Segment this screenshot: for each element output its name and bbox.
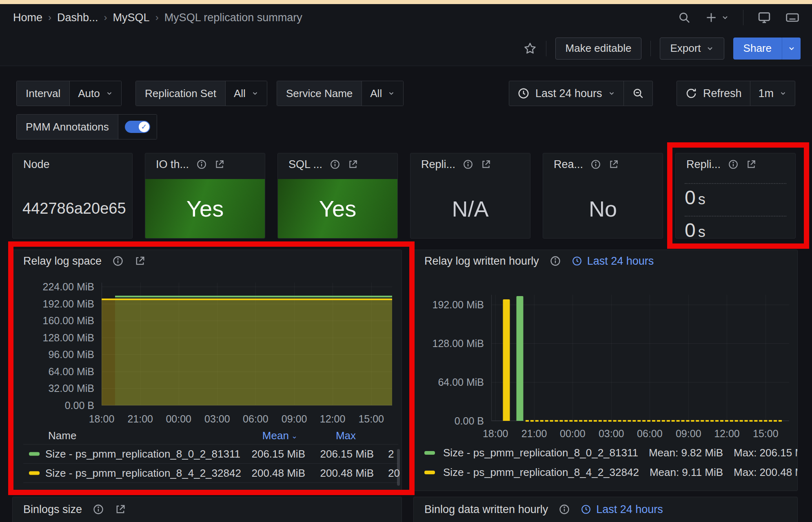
legend-mean-value: 206.15 MiB: [251, 447, 305, 460]
panel-title: Repli...: [421, 158, 455, 171]
pmm-annotations-control: PMM Annotations ✓: [16, 114, 157, 139]
gridline: [102, 405, 392, 406]
legend-clipped-value: 2: [388, 447, 394, 460]
stat-panel-sql-thread: SQL ... Yes: [277, 153, 398, 239]
binlogs-size-panel: Binlogs size: [12, 497, 402, 522]
info-icon[interactable]: [112, 255, 124, 267]
stat-panel-replication-lag: Repli... 0s 0s: [675, 153, 796, 239]
series-color-swatch: [29, 452, 40, 456]
breadcrumb-dashboards[interactable]: Dashb...: [57, 11, 98, 24]
relay-log-space-plot[interactable]: [102, 283, 392, 405]
chart-bar[interactable]: [517, 296, 524, 421]
gridline: [491, 305, 789, 305]
legend-series-name: Size - ps_pmm_replication_8_4_2_32842: [443, 466, 639, 479]
external-link-icon[interactable]: [348, 159, 358, 170]
x-axis-label: 03:00: [599, 428, 624, 440]
legend-header-max[interactable]: Max: [336, 429, 356, 442]
chevron-right-icon: ›: [155, 12, 159, 23]
stat-panel-io-thread: IO th... Yes: [145, 153, 265, 239]
gridline: [611, 295, 612, 421]
info-icon[interactable]: [196, 159, 207, 170]
breadcrumb-home[interactable]: Home: [13, 11, 42, 24]
y-axis-label: 160.00 MiB: [43, 315, 94, 327]
grafana-dashboard: Home › Dashb... › MySQL › MySQL replicat…: [0, 0, 812, 522]
info-icon[interactable]: [559, 504, 570, 515]
legend-table-header: NameMean⌄Max: [13, 427, 402, 444]
stat-value: 0s: [685, 219, 786, 239]
sparkline-baseline: [685, 216, 786, 217]
time-range-picker[interactable]: Last 24 hours: [509, 81, 623, 106]
gridline: [491, 343, 789, 344]
chevron-down-icon: [608, 90, 615, 97]
gridline: [491, 382, 789, 383]
info-icon[interactable]: [728, 159, 739, 170]
relay-log-written-plot[interactable]: [491, 295, 789, 421]
chart-bar[interactable]: [503, 299, 510, 421]
search-icon[interactable]: [678, 11, 691, 24]
info-icon[interactable]: [330, 159, 340, 170]
external-link-icon[interactable]: [746, 159, 757, 170]
make-editable-button[interactable]: Make editable: [555, 38, 642, 60]
relay-log-written-xlabels: 18:0021:0000:0003:0006:0009:0012:0015:00: [491, 426, 789, 438]
x-axis-label: 00:00: [166, 413, 191, 425]
legend-item[interactable]: Size - ps_pmm_replication_8_4_2_32842Mea…: [424, 466, 798, 479]
info-icon[interactable]: [590, 159, 601, 170]
external-link-icon[interactable]: [134, 255, 146, 267]
refresh-interval-dropdown[interactable]: 1m: [750, 81, 795, 106]
panel-title: Rea...: [554, 158, 583, 171]
table-row[interactable]: Size - ps_pmm_replication_8_0_2_81311206…: [13, 444, 402, 463]
external-link-icon[interactable]: [115, 504, 126, 515]
refresh-group: Refresh 1m: [677, 81, 795, 106]
panel-title: Binlog data written hourly: [424, 503, 548, 516]
table-row[interactable]: Size - ps_pmm_replication_8_4_2_32842200…: [13, 463, 402, 482]
legend-header-mean[interactable]: Mean⌄: [262, 429, 297, 442]
share-button[interactable]: Share: [733, 38, 782, 60]
service-name-value-dropdown[interactable]: All: [362, 81, 403, 106]
legend-scrollbar[interactable]: [397, 449, 400, 486]
series-line: [115, 296, 392, 297]
share-dropdown-button[interactable]: [782, 38, 801, 60]
refresh-label: Refresh: [703, 87, 742, 100]
gridline: [495, 295, 496, 421]
legend-item[interactable]: Size - ps_pmm_replication_8_0_2_81311Mea…: [424, 447, 798, 459]
info-icon[interactable]: [463, 159, 473, 170]
legend-series-name: Size - ps_pmm_replication_8_0_2_81311: [45, 447, 240, 460]
gridline: [102, 287, 392, 287]
zero-value-dashed-line: [526, 420, 782, 422]
panel-time-range-link[interactable]: Last 24 hours: [572, 255, 654, 268]
pmm-annotations-toggle[interactable]: ✓: [125, 121, 150, 133]
y-axis-label: 224.00 MiB: [43, 281, 94, 293]
monitor-kiosk-icon[interactable]: [757, 11, 771, 24]
zoom-out-button[interactable]: [624, 81, 652, 106]
share-button-group: Share: [733, 38, 801, 60]
replication-set-value: All: [234, 87, 246, 100]
legend-mean-value: Mean: 9.82 MiB: [649, 447, 723, 459]
panel-time-range-label: Last 24 hours: [587, 255, 654, 268]
x-axis-label: 09:00: [676, 428, 701, 440]
star-icon[interactable]: [523, 42, 537, 55]
replication-set-value-dropdown[interactable]: All: [225, 81, 267, 106]
info-icon[interactable]: [93, 504, 104, 515]
legend-header-name[interactable]: Name: [48, 429, 76, 442]
export-button[interactable]: Export: [660, 38, 724, 60]
stat-panel-replication: Repli... N/A: [410, 153, 530, 239]
zoom-out-icon: [632, 87, 644, 100]
info-icon[interactable]: [550, 255, 561, 267]
relay-log-space-ylabels: 224.00 MiB192.00 MiB160.00 MiB128.00 MiB…: [13, 283, 94, 405]
panel-time-range-link[interactable]: Last 24 hours: [581, 503, 663, 516]
external-link-icon[interactable]: [481, 159, 491, 170]
clock-icon: [517, 87, 530, 100]
breadcrumb-mysql[interactable]: MySQL: [113, 11, 150, 24]
panel-time-range-label: Last 24 hours: [596, 503, 663, 516]
add-dropdown-icon[interactable]: [705, 11, 729, 24]
chevron-down-icon: [706, 44, 714, 53]
x-axis-label: 09:00: [282, 413, 307, 425]
external-link-icon[interactable]: [214, 159, 225, 170]
interval-value-dropdown[interactable]: Auto: [69, 81, 121, 106]
keyboard-icon[interactable]: [785, 10, 800, 25]
relay-log-written-hourly-panel: Relay log written hourly Last 24 hours 1…: [413, 250, 798, 491]
refresh-button[interactable]: Refresh: [677, 81, 750, 106]
stat-panel-node: Node 442786a20e65: [12, 153, 133, 239]
legend-max-value: 206.15 MiB: [320, 447, 374, 460]
external-link-icon[interactable]: [608, 159, 619, 170]
